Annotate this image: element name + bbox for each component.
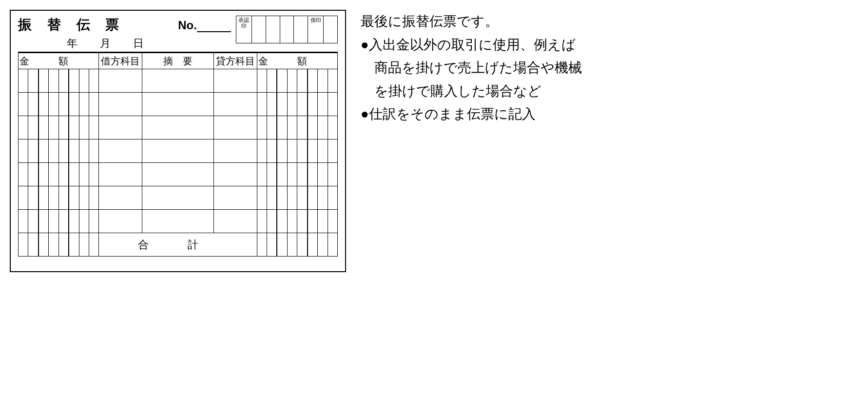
- amount-left-cell[interactable]: [19, 93, 99, 116]
- no-label: No.: [178, 19, 197, 32]
- debit-cell[interactable]: [99, 116, 142, 139]
- amount-left-cell[interactable]: [19, 210, 99, 233]
- amount-right-cell[interactable]: [257, 93, 337, 116]
- table-row: [19, 69, 338, 93]
- debit-cell[interactable]: [99, 69, 142, 93]
- amount-right-cell[interactable]: [257, 69, 337, 93]
- stamp-clerk: 係印: [308, 16, 324, 43]
- number-block: No.: [178, 19, 231, 32]
- stamp-empty-3: [280, 16, 294, 43]
- no-field[interactable]: [197, 22, 231, 32]
- date-line: 年 月 日: [18, 36, 163, 51]
- bullet-1: ● 入出金以外の取引に使用、例えば: [361, 33, 582, 57]
- table-row: [19, 186, 338, 210]
- amount-right-cell[interactable]: [257, 139, 337, 163]
- amount-left-cell[interactable]: [19, 186, 99, 210]
- total-amount-right[interactable]: [257, 233, 337, 257]
- amount-left-cell[interactable]: [19, 116, 99, 139]
- year-label: 年: [67, 37, 77, 49]
- stamp-approve: 承認印: [236, 16, 251, 43]
- table-row: [19, 139, 338, 163]
- header-row: 金額 借方科目 摘 要 貸方科目 金額: [19, 53, 338, 69]
- credit-cell[interactable]: [214, 116, 257, 139]
- debit-cell[interactable]: [99, 139, 142, 163]
- month-label: 月: [100, 37, 111, 49]
- day-label: 日: [133, 37, 144, 49]
- col-amount-right: 金額: [257, 53, 337, 69]
- stamp-empty-4: [294, 16, 308, 43]
- credit-cell[interactable]: [214, 69, 257, 93]
- credit-cell[interactable]: [214, 186, 257, 210]
- bullet-1-line-1: 入出金以外の取引に使用、例えば: [369, 33, 576, 57]
- bullet-1-line-2: 商品を掛けで売上げた場合や機械: [361, 56, 582, 80]
- credit-cell[interactable]: [214, 210, 257, 233]
- summary-cell[interactable]: [142, 139, 213, 163]
- bullet-mark: ●: [361, 102, 369, 126]
- summary-cell[interactable]: [142, 210, 213, 233]
- stamp-empty-2: [266, 16, 280, 43]
- total-amount-left[interactable]: [19, 233, 99, 257]
- summary-cell[interactable]: [142, 163, 213, 186]
- bullet-1-line-3: を掛けで購入した場合など: [361, 80, 582, 103]
- slip-table: 金額 借方科目 摘 要 貸方科目 金額 合計: [18, 52, 338, 257]
- stamp-empty-1: [251, 16, 266, 43]
- amount-left-cell[interactable]: [19, 139, 99, 163]
- total-row: 合計: [19, 233, 338, 257]
- col-summary: 摘 要: [142, 53, 213, 69]
- debit-cell[interactable]: [99, 210, 142, 233]
- stamp-boxes: 承認印 係印: [236, 16, 338, 43]
- summary-cell[interactable]: [142, 116, 213, 139]
- amount-right-cell[interactable]: [257, 210, 337, 233]
- debit-cell[interactable]: [99, 93, 142, 116]
- table-row: [19, 93, 338, 116]
- debit-cell[interactable]: [99, 163, 142, 186]
- amount-right-cell[interactable]: [257, 186, 337, 210]
- credit-cell[interactable]: [214, 93, 257, 116]
- transfer-slip: 振 替 伝 票 年 月 日 No. 承認印 係印 金額: [10, 10, 346, 272]
- slip-title: 振 替 伝 票: [18, 16, 163, 34]
- credit-cell[interactable]: [214, 139, 257, 163]
- stamp-empty-5: [324, 16, 338, 43]
- col-credit: 貸方科目: [214, 53, 257, 69]
- table-row: [19, 210, 338, 233]
- amount-left-cell[interactable]: [19, 163, 99, 186]
- table-row: [19, 163, 338, 186]
- debit-cell[interactable]: [99, 186, 142, 210]
- col-debit: 借方科目: [99, 53, 142, 69]
- total-label: 合計: [99, 233, 257, 257]
- bullet-2-text: 仕訳をそのまま伝票に記入: [369, 102, 536, 126]
- bullet-2: ● 仕訳をそのまま伝票に記入: [361, 102, 582, 126]
- summary-cell[interactable]: [142, 186, 213, 210]
- amount-right-cell[interactable]: [257, 163, 337, 186]
- summary-cell[interactable]: [142, 69, 213, 93]
- summary-cell[interactable]: [142, 93, 213, 116]
- intro-line: 最後に振替伝票です。: [361, 10, 582, 33]
- explanation-text: 最後に振替伝票です。 ● 入出金以外の取引に使用、例えば 商品を掛けで売上げた場…: [361, 10, 582, 272]
- table-row: [19, 116, 338, 139]
- col-amount-left: 金額: [19, 53, 99, 69]
- amount-right-cell[interactable]: [257, 116, 337, 139]
- credit-cell[interactable]: [214, 163, 257, 186]
- slip-header: 振 替 伝 票 年 月 日 No. 承認印 係印: [18, 16, 338, 51]
- amount-left-cell[interactable]: [19, 69, 99, 93]
- bullet-mark: ●: [361, 33, 369, 57]
